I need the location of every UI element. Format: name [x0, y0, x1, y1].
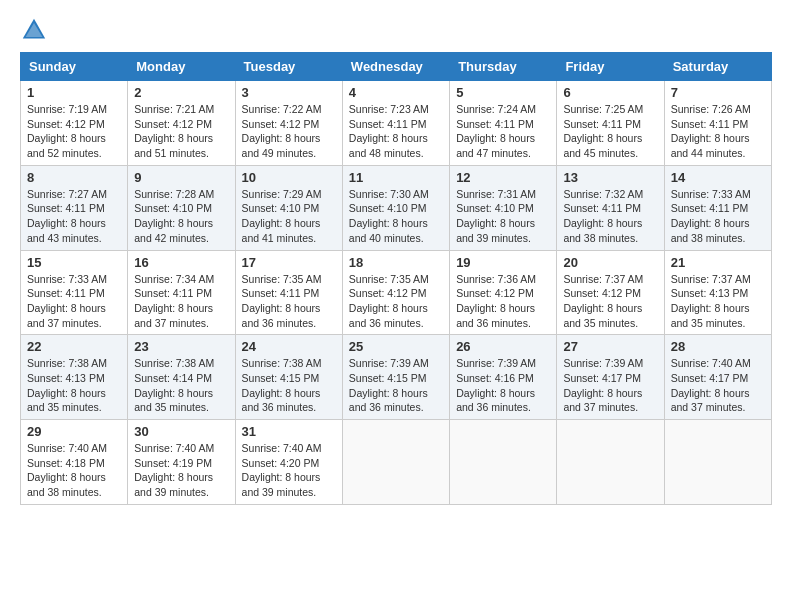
day-number: 31 [242, 424, 336, 439]
day-detail: Sunrise: 7:33 AM Sunset: 4:11 PM Dayligh… [27, 272, 121, 331]
logo [20, 16, 52, 44]
day-number: 17 [242, 255, 336, 270]
day-detail: Sunrise: 7:30 AM Sunset: 4:10 PM Dayligh… [349, 187, 443, 246]
day-detail: Sunrise: 7:35 AM Sunset: 4:12 PM Dayligh… [349, 272, 443, 331]
day-detail: Sunrise: 7:35 AM Sunset: 4:11 PM Dayligh… [242, 272, 336, 331]
calendar-week-row: 29 Sunrise: 7:40 AM Sunset: 4:18 PM Dayl… [21, 420, 772, 505]
day-detail: Sunrise: 7:40 AM Sunset: 4:20 PM Dayligh… [242, 441, 336, 500]
calendar-cell: 8 Sunrise: 7:27 AM Sunset: 4:11 PM Dayli… [21, 165, 128, 250]
logo-icon [20, 16, 48, 44]
calendar-cell: 23 Sunrise: 7:38 AM Sunset: 4:14 PM Dayl… [128, 335, 235, 420]
day-detail: Sunrise: 7:28 AM Sunset: 4:10 PM Dayligh… [134, 187, 228, 246]
day-detail: Sunrise: 7:22 AM Sunset: 4:12 PM Dayligh… [242, 102, 336, 161]
calendar-week-row: 22 Sunrise: 7:38 AM Sunset: 4:13 PM Dayl… [21, 335, 772, 420]
calendar-week-row: 15 Sunrise: 7:33 AM Sunset: 4:11 PM Dayl… [21, 250, 772, 335]
day-detail: Sunrise: 7:40 AM Sunset: 4:19 PM Dayligh… [134, 441, 228, 500]
calendar-cell: 1 Sunrise: 7:19 AM Sunset: 4:12 PM Dayli… [21, 81, 128, 166]
day-number: 19 [456, 255, 550, 270]
day-detail: Sunrise: 7:29 AM Sunset: 4:10 PM Dayligh… [242, 187, 336, 246]
day-number: 15 [27, 255, 121, 270]
day-number: 8 [27, 170, 121, 185]
calendar-cell: 29 Sunrise: 7:40 AM Sunset: 4:18 PM Dayl… [21, 420, 128, 505]
calendar-cell: 3 Sunrise: 7:22 AM Sunset: 4:12 PM Dayli… [235, 81, 342, 166]
column-header-saturday: Saturday [664, 53, 771, 81]
day-number: 23 [134, 339, 228, 354]
day-detail: Sunrise: 7:38 AM Sunset: 4:14 PM Dayligh… [134, 356, 228, 415]
day-detail: Sunrise: 7:38 AM Sunset: 4:15 PM Dayligh… [242, 356, 336, 415]
calendar-cell: 9 Sunrise: 7:28 AM Sunset: 4:10 PM Dayli… [128, 165, 235, 250]
day-detail: Sunrise: 7:24 AM Sunset: 4:11 PM Dayligh… [456, 102, 550, 161]
calendar-cell: 15 Sunrise: 7:33 AM Sunset: 4:11 PM Dayl… [21, 250, 128, 335]
day-number: 30 [134, 424, 228, 439]
day-number: 5 [456, 85, 550, 100]
day-number: 10 [242, 170, 336, 185]
calendar-header-row: SundayMondayTuesdayWednesdayThursdayFrid… [21, 53, 772, 81]
day-number: 28 [671, 339, 765, 354]
calendar-cell: 19 Sunrise: 7:36 AM Sunset: 4:12 PM Dayl… [450, 250, 557, 335]
calendar-cell: 2 Sunrise: 7:21 AM Sunset: 4:12 PM Dayli… [128, 81, 235, 166]
calendar-cell [342, 420, 449, 505]
day-detail: Sunrise: 7:32 AM Sunset: 4:11 PM Dayligh… [563, 187, 657, 246]
calendar-cell: 17 Sunrise: 7:35 AM Sunset: 4:11 PM Dayl… [235, 250, 342, 335]
day-number: 6 [563, 85, 657, 100]
day-number: 3 [242, 85, 336, 100]
day-detail: Sunrise: 7:36 AM Sunset: 4:12 PM Dayligh… [456, 272, 550, 331]
day-number: 27 [563, 339, 657, 354]
column-header-wednesday: Wednesday [342, 53, 449, 81]
day-detail: Sunrise: 7:37 AM Sunset: 4:12 PM Dayligh… [563, 272, 657, 331]
calendar-cell [664, 420, 771, 505]
day-detail: Sunrise: 7:27 AM Sunset: 4:11 PM Dayligh… [27, 187, 121, 246]
column-header-monday: Monday [128, 53, 235, 81]
calendar-cell: 24 Sunrise: 7:38 AM Sunset: 4:15 PM Dayl… [235, 335, 342, 420]
day-number: 7 [671, 85, 765, 100]
calendar-cell: 16 Sunrise: 7:34 AM Sunset: 4:11 PM Dayl… [128, 250, 235, 335]
calendar-cell: 25 Sunrise: 7:39 AM Sunset: 4:15 PM Dayl… [342, 335, 449, 420]
calendar-cell: 30 Sunrise: 7:40 AM Sunset: 4:19 PM Dayl… [128, 420, 235, 505]
day-number: 1 [27, 85, 121, 100]
day-number: 12 [456, 170, 550, 185]
day-number: 18 [349, 255, 443, 270]
day-detail: Sunrise: 7:40 AM Sunset: 4:18 PM Dayligh… [27, 441, 121, 500]
calendar-cell: 6 Sunrise: 7:25 AM Sunset: 4:11 PM Dayli… [557, 81, 664, 166]
day-number: 22 [27, 339, 121, 354]
day-number: 29 [27, 424, 121, 439]
day-detail: Sunrise: 7:34 AM Sunset: 4:11 PM Dayligh… [134, 272, 228, 331]
day-number: 13 [563, 170, 657, 185]
page-header [20, 16, 772, 44]
day-detail: Sunrise: 7:39 AM Sunset: 4:15 PM Dayligh… [349, 356, 443, 415]
day-detail: Sunrise: 7:26 AM Sunset: 4:11 PM Dayligh… [671, 102, 765, 161]
calendar-cell [450, 420, 557, 505]
calendar-cell: 27 Sunrise: 7:39 AM Sunset: 4:17 PM Dayl… [557, 335, 664, 420]
calendar-cell: 31 Sunrise: 7:40 AM Sunset: 4:20 PM Dayl… [235, 420, 342, 505]
column-header-thursday: Thursday [450, 53, 557, 81]
day-number: 16 [134, 255, 228, 270]
day-detail: Sunrise: 7:38 AM Sunset: 4:13 PM Dayligh… [27, 356, 121, 415]
day-detail: Sunrise: 7:40 AM Sunset: 4:17 PM Dayligh… [671, 356, 765, 415]
column-header-tuesday: Tuesday [235, 53, 342, 81]
calendar-table: SundayMondayTuesdayWednesdayThursdayFrid… [20, 52, 772, 505]
day-detail: Sunrise: 7:33 AM Sunset: 4:11 PM Dayligh… [671, 187, 765, 246]
day-detail: Sunrise: 7:31 AM Sunset: 4:10 PM Dayligh… [456, 187, 550, 246]
calendar-cell: 5 Sunrise: 7:24 AM Sunset: 4:11 PM Dayli… [450, 81, 557, 166]
calendar-week-row: 1 Sunrise: 7:19 AM Sunset: 4:12 PM Dayli… [21, 81, 772, 166]
calendar-cell [557, 420, 664, 505]
calendar-cell: 13 Sunrise: 7:32 AM Sunset: 4:11 PM Dayl… [557, 165, 664, 250]
day-number: 9 [134, 170, 228, 185]
day-number: 26 [456, 339, 550, 354]
day-number: 4 [349, 85, 443, 100]
calendar-cell: 21 Sunrise: 7:37 AM Sunset: 4:13 PM Dayl… [664, 250, 771, 335]
day-number: 14 [671, 170, 765, 185]
day-detail: Sunrise: 7:25 AM Sunset: 4:11 PM Dayligh… [563, 102, 657, 161]
day-number: 20 [563, 255, 657, 270]
calendar-cell: 20 Sunrise: 7:37 AM Sunset: 4:12 PM Dayl… [557, 250, 664, 335]
calendar-cell: 10 Sunrise: 7:29 AM Sunset: 4:10 PM Dayl… [235, 165, 342, 250]
day-detail: Sunrise: 7:37 AM Sunset: 4:13 PM Dayligh… [671, 272, 765, 331]
calendar-cell: 28 Sunrise: 7:40 AM Sunset: 4:17 PM Dayl… [664, 335, 771, 420]
calendar-cell: 12 Sunrise: 7:31 AM Sunset: 4:10 PM Dayl… [450, 165, 557, 250]
calendar-week-row: 8 Sunrise: 7:27 AM Sunset: 4:11 PM Dayli… [21, 165, 772, 250]
calendar-cell: 14 Sunrise: 7:33 AM Sunset: 4:11 PM Dayl… [664, 165, 771, 250]
day-detail: Sunrise: 7:19 AM Sunset: 4:12 PM Dayligh… [27, 102, 121, 161]
calendar-cell: 11 Sunrise: 7:30 AM Sunset: 4:10 PM Dayl… [342, 165, 449, 250]
calendar-cell: 26 Sunrise: 7:39 AM Sunset: 4:16 PM Dayl… [450, 335, 557, 420]
day-number: 11 [349, 170, 443, 185]
